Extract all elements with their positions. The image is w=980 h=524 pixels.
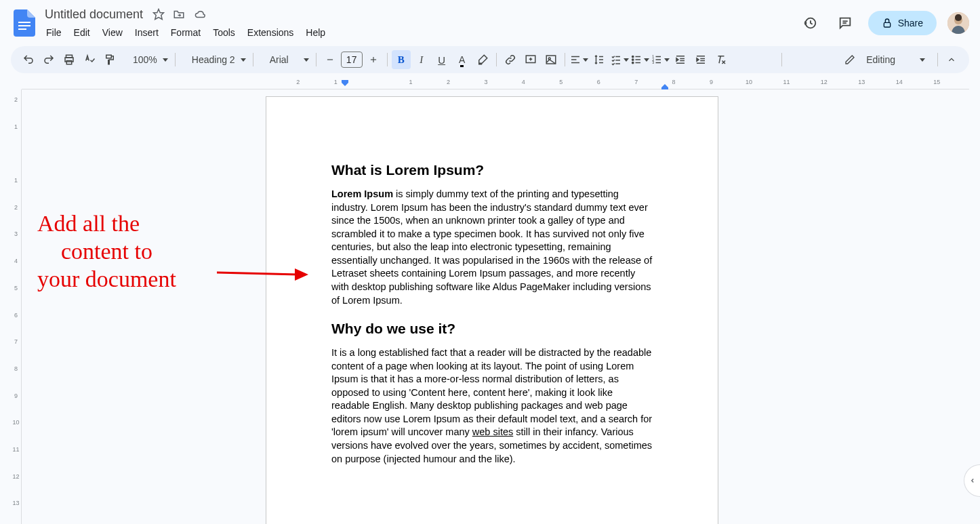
toolbar: 100% Heading 2 Arial 17 B I U A 123 Edit…: [11, 46, 969, 73]
paragraph-style-dropdown[interactable]: Heading 2: [180, 50, 249, 69]
svg-rect-2: [18, 28, 26, 30]
decrease-indent-button[interactable]: [671, 50, 690, 69]
horizontal-ruler[interactable]: 21123456789101112131415: [22, 79, 969, 89]
font-size-input[interactable]: 17: [341, 52, 363, 68]
underline-button[interactable]: U: [432, 50, 451, 69]
annotation-text: Add all the content to your document: [37, 210, 176, 293]
menu-file[interactable]: File: [41, 24, 67, 41]
menu-help[interactable]: Help: [300, 24, 331, 41]
lock-icon: [882, 18, 893, 28]
svg-point-25: [632, 56, 633, 57]
svg-text:3: 3: [652, 60, 654, 64]
paragraph-2[interactable]: It is a long established fact that a rea…: [331, 346, 653, 466]
clear-formatting-button[interactable]: [712, 50, 731, 69]
decrease-font-button[interactable]: [321, 50, 340, 69]
italic-button[interactable]: I: [412, 50, 431, 69]
right-indent-marker[interactable]: [661, 84, 668, 89]
zoom-dropdown[interactable]: 100%: [121, 50, 171, 69]
add-comment-button[interactable]: [521, 50, 540, 69]
app-header: Untitled document File Edit View Insert …: [0, 0, 980, 41]
svg-line-45: [217, 273, 298, 275]
first-line-indent-marker[interactable]: [342, 80, 348, 88]
bulleted-list-button[interactable]: [630, 50, 649, 69]
increase-font-button[interactable]: [364, 50, 383, 69]
checklist-button[interactable]: [610, 50, 629, 69]
move-icon[interactable]: [173, 8, 185, 20]
menu-tools[interactable]: Tools: [207, 24, 241, 41]
undo-button[interactable]: [19, 50, 38, 69]
document-canvas[interactable]: What is Lorem Ipsum? Lorem Ipsum is simp…: [22, 89, 969, 524]
svg-rect-0: [18, 22, 30, 23]
line-spacing-button[interactable]: [590, 50, 609, 69]
vertical-ruler[interactable]: 2112345678910111213: [11, 89, 22, 524]
bold-button[interactable]: B: [392, 50, 411, 69]
svg-marker-3: [154, 9, 164, 20]
menu-format[interactable]: Format: [165, 24, 206, 41]
svg-rect-7: [884, 22, 890, 27]
svg-point-27: [632, 62, 633, 63]
comments-icon[interactable]: [833, 11, 857, 35]
collapse-toolbar-button[interactable]: [942, 50, 961, 69]
svg-rect-13: [106, 55, 112, 58]
document-title[interactable]: Untitled document: [41, 6, 147, 23]
star-icon[interactable]: [152, 8, 165, 20]
menu-extensions[interactable]: Extensions: [242, 24, 299, 41]
text-color-button[interactable]: A: [453, 50, 472, 69]
insert-image-button[interactable]: [542, 50, 560, 69]
paragraph-1[interactable]: Lorem Ipsum is simply dummy text of the …: [331, 188, 653, 307]
menu-insert[interactable]: Insert: [129, 24, 164, 41]
font-dropdown[interactable]: Arial: [258, 50, 312, 69]
document-page[interactable]: What is Lorem Ipsum? Lorem Ipsum is simp…: [266, 96, 718, 524]
paint-format-button[interactable]: [100, 50, 119, 69]
cloud-status-icon[interactable]: [193, 8, 207, 20]
share-label: Share: [898, 18, 923, 28]
redo-button[interactable]: [39, 50, 58, 69]
editing-mode-dropdown[interactable]: Editing: [836, 50, 933, 69]
share-button[interactable]: Share: [868, 11, 937, 35]
history-icon[interactable]: [798, 11, 822, 35]
annotation-arrow-icon: [217, 264, 312, 285]
heading-1[interactable]: What is Lorem Ipsum?: [331, 162, 653, 178]
heading-2[interactable]: Why do we use it?: [331, 321, 653, 337]
menu-view[interactable]: View: [97, 24, 128, 41]
pencil-icon: [844, 54, 855, 65]
user-avatar[interactable]: [947, 12, 969, 34]
menu-edit[interactable]: Edit: [68, 24, 96, 41]
svg-point-26: [632, 59, 633, 60]
svg-rect-1: [18, 25, 30, 26]
insert-link-button[interactable]: [501, 50, 520, 69]
align-button[interactable]: [569, 50, 588, 69]
increase-indent-button[interactable]: [691, 50, 710, 69]
highlight-button[interactable]: [473, 50, 492, 69]
docs-logo-icon[interactable]: [11, 9, 38, 37]
numbered-list-button[interactable]: 123: [651, 50, 670, 69]
menu-bar: File Edit View Insert Format Tools Exten…: [41, 24, 798, 41]
print-button[interactable]: [60, 50, 79, 69]
spellcheck-button[interactable]: [80, 50, 99, 69]
